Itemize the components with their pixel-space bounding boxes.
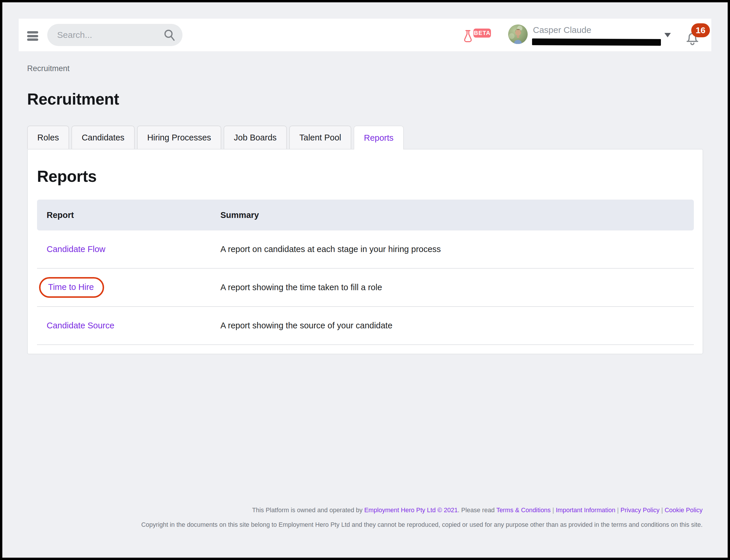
hamburger-menu-icon[interactable] bbox=[27, 31, 38, 41]
footer-separator: | bbox=[617, 507, 619, 514]
table-row: Candidate Source A report showing the so… bbox=[37, 307, 694, 345]
privacy-policy-link[interactable]: Privacy Policy bbox=[620, 507, 659, 514]
candidate-source-link[interactable]: Candidate Source bbox=[47, 321, 114, 330]
footer-text: This Platform is owned and operated by bbox=[252, 507, 364, 514]
notifications-button[interactable]: 16 bbox=[686, 23, 713, 47]
flask-icon bbox=[464, 30, 472, 43]
tab-candidates[interactable]: Candidates bbox=[71, 126, 135, 149]
user-name[interactable]: Casper Claude bbox=[533, 25, 591, 35]
table-row: Candidate Flow A report on candidates at… bbox=[37, 230, 694, 269]
report-summary: A report on candidates at each stage in … bbox=[220, 244, 694, 254]
reports-card: Reports Report Summary Candidate Flow A … bbox=[27, 149, 703, 354]
footer-text: . Please read bbox=[458, 507, 496, 514]
chevron-down-icon[interactable] bbox=[664, 33, 671, 37]
recruitment-tabs: Roles Candidates Hiring Processes Job Bo… bbox=[27, 126, 404, 149]
notification-count-badge: 16 bbox=[691, 23, 710, 37]
employment-hero-link[interactable]: Employment Hero Pty Ltd © 2021 bbox=[364, 507, 458, 514]
search-bar bbox=[47, 24, 182, 46]
footer-line-2: Copyright in the documents on this site … bbox=[141, 521, 703, 529]
reports-table-body: Candidate Flow A report on candidates at… bbox=[37, 230, 694, 345]
red-annotation-circle: Time to Hire bbox=[39, 277, 104, 298]
footer-line-1: This Platform is owned and operated by E… bbox=[141, 507, 703, 514]
reports-heading: Reports bbox=[37, 167, 96, 186]
beta-badge: BETA bbox=[474, 29, 491, 38]
search-icon[interactable] bbox=[164, 29, 175, 41]
redacted-user-email bbox=[532, 38, 661, 46]
tab-talent-pool[interactable]: Talent Pool bbox=[289, 126, 351, 149]
beta-feature-indicator: BETA bbox=[464, 29, 491, 43]
top-header-bar: BETA bbox=[19, 19, 711, 51]
tab-hiring-processes[interactable]: Hiring Processes bbox=[137, 126, 221, 149]
search-input[interactable] bbox=[57, 24, 165, 46]
tab-job-boards[interactable]: Job Boards bbox=[224, 126, 287, 149]
report-summary: A report showing the source of your cand… bbox=[220, 321, 694, 330]
screenshot-frame: BETA bbox=[0, 0, 730, 560]
avatar[interactable] bbox=[508, 24, 528, 44]
important-information-link[interactable]: Important Information bbox=[556, 507, 615, 514]
footer-separator: | bbox=[661, 507, 663, 514]
candidate-flow-link[interactable]: Candidate Flow bbox=[47, 244, 105, 254]
tab-roles[interactable]: Roles bbox=[27, 126, 69, 149]
terms-conditions-link[interactable]: Terms & Conditions bbox=[496, 507, 550, 514]
footer-separator: | bbox=[553, 507, 554, 514]
column-header-summary: Summary bbox=[220, 210, 694, 220]
report-summary: A report showing the time taken to fill … bbox=[220, 283, 694, 292]
table-header-row: Report Summary bbox=[37, 200, 694, 230]
page: BETA bbox=[2, 2, 728, 558]
breadcrumb: Recruitment bbox=[27, 64, 70, 73]
column-header-report: Report bbox=[47, 210, 220, 220]
cookie-policy-link[interactable]: Cookie Policy bbox=[665, 507, 703, 514]
table-row: Time to Hire A report showing the time t… bbox=[37, 269, 694, 307]
tab-reports[interactable]: Reports bbox=[353, 126, 404, 149]
time-to-hire-link[interactable]: Time to Hire bbox=[48, 282, 94, 292]
footer: This Platform is owned and operated by E… bbox=[141, 507, 703, 529]
page-title: Recruitment bbox=[27, 90, 119, 108]
